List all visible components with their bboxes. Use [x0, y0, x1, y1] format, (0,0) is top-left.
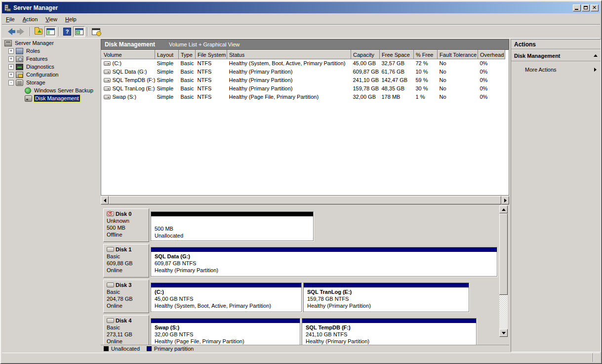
tree-item-windows-server-backup[interactable]: Windows Server Backup [2, 86, 99, 94]
column-header-layout[interactable]: Layout [155, 50, 179, 59]
more-actions-item[interactable]: More Actions [511, 64, 601, 75]
volume-row-sql-data[interactable]: SQL Data (G:) Simple Basic NTFS Healthy … [102, 68, 505, 76]
console-tree-icon [46, 28, 55, 35]
tree-item-diagnostics[interactable]: + Diagnostics [2, 63, 99, 71]
disk1-label[interactable]: Disk 1 Basic 609,88 GB Online [103, 244, 149, 278]
console-tree: Server Manager + Roles + Features + Diag… [2, 39, 99, 352]
partition-sql-data[interactable]: SQL Data (G:) 609,87 GB NTFS Healthy (Pr… [151, 247, 497, 277]
server-manager-icon [4, 40, 12, 46]
console-options-icon [92, 28, 100, 35]
vertical-scrollbar[interactable] [499, 205, 508, 337]
disk-management-icon [25, 95, 32, 102]
scroll-down-button[interactable] [499, 329, 508, 337]
disk0-label[interactable]: ▼Disk 0 Unknown 500 MB Offline [103, 208, 149, 242]
tree-item-disk-management[interactable]: Disk Management [2, 94, 99, 102]
maximize-button[interactable] [582, 4, 590, 11]
expand-icon[interactable]: + [8, 72, 14, 78]
volume-row-sql-tranlog[interactable]: SQL TranLog (E:) Simple Basic NTFS Healt… [102, 84, 505, 93]
column-header-free-space[interactable]: Free Space [380, 50, 414, 59]
disk-icon [107, 318, 114, 323]
disk-icon [107, 247, 114, 252]
help-icon: ? [63, 28, 71, 36]
partition-unallocated[interactable]: 500 MB Unallocated [151, 211, 314, 241]
disk-icon [107, 283, 114, 287]
disk4-label[interactable]: Disk 4 Basic 273,11 GB Online [103, 315, 149, 345]
partition-color-bar [151, 319, 300, 323]
tree-item-features[interactable]: + Features [2, 55, 99, 63]
collapse-icon[interactable]: - [8, 80, 14, 85]
tree-item-storage[interactable]: - Storage [2, 79, 99, 86]
toolbar-separator [58, 27, 59, 36]
volume-table-header: Volume Layout Type File System Status Ca… [102, 50, 505, 59]
pane-subtitle: Volume List + Graphical View [169, 41, 240, 47]
menu-action[interactable]: Action [19, 15, 42, 24]
column-header-file-system[interactable]: File System [196, 50, 227, 59]
close-button[interactable]: ✕ [591, 4, 599, 11]
scroll-right-button[interactable] [501, 196, 509, 204]
show-hide-action-pane-button[interactable] [73, 26, 85, 37]
configuration-icon [16, 72, 23, 78]
menu-help[interactable]: Help [61, 15, 80, 24]
tree-item-configuration[interactable]: + Configuration [2, 71, 99, 79]
close-icon: ✕ [592, 4, 597, 11]
menu-view[interactable]: View [41, 15, 61, 24]
tree-item-roles[interactable]: + Roles [2, 47, 99, 55]
primary-partition-color-swatch [147, 346, 152, 351]
partition-sql-tempdb[interactable]: SQL TempDB (F:) 241,10 GB NTFS Healthy (… [302, 318, 477, 345]
column-header-capacity[interactable]: Capacity [351, 50, 380, 59]
disk3-label[interactable]: Disk 3 Basic 204,78 GB Online [103, 280, 149, 313]
column-header-status[interactable]: Status [227, 50, 351, 59]
column-header-type[interactable]: Type [179, 50, 196, 59]
title-bar[interactable]: Server Manager ✕ [2, 2, 600, 13]
pane-header: Disk Management Volume List + Graphical … [101, 39, 509, 49]
column-header-overhead[interactable]: Overhead [478, 50, 505, 59]
partition-swap[interactable]: Swap (S:) 32,00 GB NTFS Healthy (Page Fi… [151, 318, 300, 345]
help-button[interactable]: ? [61, 26, 73, 37]
disk-row-4: Disk 4 Basic 273,11 GB Online Swap (S:) … [103, 315, 509, 345]
horizontal-scrollbar[interactable] [101, 196, 509, 204]
server-manager-app-icon [3, 4, 11, 12]
scroll-left-button[interactable] [101, 196, 109, 204]
expand-icon[interactable]: + [8, 48, 14, 54]
menu-file[interactable]: File [2, 15, 19, 24]
minimize-button[interactable] [573, 4, 581, 11]
resize-grip[interactable] [593, 353, 600, 362]
partition-sql-tranlog[interactable]: SQL TranLog (E:) 159,78 GB NTFS Healthy … [303, 283, 469, 312]
actions-pane: Actions Disk Management More Actions [511, 39, 601, 352]
show-hide-console-tree-button[interactable] [44, 26, 56, 37]
expand-icon[interactable]: + [8, 56, 14, 62]
actions-section-disk-management[interactable]: Disk Management [511, 50, 601, 61]
collapse-section-icon[interactable] [594, 54, 598, 57]
volume-row-sql-tempdb[interactable]: SQL TempDB (F:) Simple Basic NTFS Health… [102, 76, 505, 84]
folder-up-icon [35, 29, 42, 35]
toolbar-separator [87, 27, 88, 36]
status-bar-pane [2, 353, 593, 362]
column-header-volume[interactable]: Volume [102, 50, 155, 59]
expand-icon[interactable]: + [8, 64, 14, 70]
disk-row-1: Disk 1 Basic 609,88 GB Online SQL Data (… [103, 244, 509, 278]
maximize-icon [584, 6, 588, 9]
diagnostics-icon [16, 64, 23, 70]
window-title: Server Manager [13, 4, 572, 11]
vertical-scrollbar-track[interactable] [499, 295, 508, 329]
scroll-up-button[interactable] [499, 205, 508, 213]
tree-item-server-manager[interactable]: Server Manager [2, 39, 99, 47]
up-one-level-button[interactable] [33, 26, 44, 37]
scroll-left-icon [104, 199, 106, 202]
horizontal-scrollbar-thumb[interactable] [109, 196, 501, 204]
menu-bar: File Action View Help [2, 14, 600, 25]
back-button[interactable] [4, 26, 16, 37]
disk-row-3: Disk 3 Basic 204,78 GB Online (C:) 45,00… [103, 280, 509, 313]
forward-button[interactable] [16, 26, 28, 37]
column-header-fault-tolerance[interactable]: Fault Tolerance [438, 50, 478, 59]
disk-row-0: ▼Disk 0 Unknown 500 MB Offline 500 MB Un… [103, 208, 509, 242]
volume-row-c[interactable]: (C:) Simple Basic NTFS Healthy (System, … [102, 59, 505, 68]
volume-list: Volume Layout Type File System Status Ca… [101, 49, 509, 196]
console-options-button[interactable] [90, 26, 102, 37]
volume-row-swap[interactable]: Swap (S:) Simple Basic NTFS Healthy (Pag… [102, 93, 505, 101]
disk-icon: ▼ [107, 211, 114, 216]
column-header-pct-free[interactable]: % Free [414, 50, 438, 59]
scroll-right-icon [504, 199, 507, 202]
vertical-scrollbar-thumb[interactable] [499, 213, 508, 295]
partition-c[interactable]: (C:) 45,00 GB NTFS Healthy (System, Boot… [151, 283, 302, 312]
